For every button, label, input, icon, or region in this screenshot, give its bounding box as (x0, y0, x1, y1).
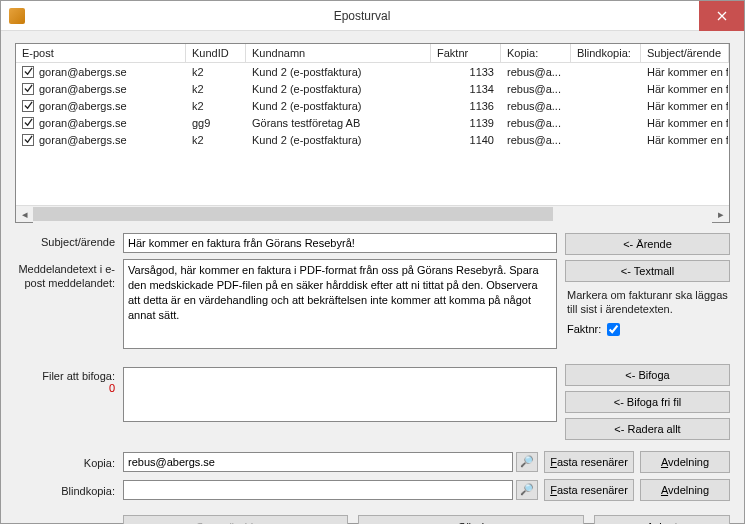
cell-subject: Här kommer en fa (641, 117, 729, 129)
cell-faktnr: 1133 (431, 66, 501, 78)
blind-label: Blindkopia: (15, 482, 123, 497)
cell-kopia: rebus@a... (501, 117, 571, 129)
files-label: Filer att bifoga: (15, 367, 123, 382)
cell-subject: Här kommer en fa (641, 100, 729, 112)
blind-fasta-button[interactable]: Fasta resenärer (544, 479, 634, 501)
cell-faktnr: 1140 (431, 134, 501, 146)
bottom-bar: Spara ändringar Sänd Avbryt (15, 515, 730, 524)
cell-epost: goran@abergs.se (39, 83, 127, 95)
col-kopia[interactable]: Kopia: (501, 44, 571, 62)
kopia-input[interactable] (123, 452, 513, 472)
row-checkbox[interactable] (22, 100, 34, 112)
table-row[interactable]: goran@abergs.sek2Kund 2 (e-postfaktura)1… (16, 80, 729, 97)
kopia-label: Kopia: (15, 454, 123, 469)
cell-subject: Här kommer en fa (641, 134, 729, 146)
scroll-right-icon[interactable]: ▸ (712, 206, 729, 223)
cell-subject: Här kommer en fa (641, 66, 729, 78)
row-checkbox[interactable] (22, 66, 34, 78)
subject-label: Subject/ärende (15, 233, 123, 253)
cell-kundnamn: Görans testföretag AB (246, 117, 431, 129)
cell-epost: goran@abergs.se (39, 100, 127, 112)
cell-kopia: rebus@a... (501, 66, 571, 78)
avbryt-button[interactable]: Avbryt (594, 515, 730, 524)
scroll-thumb[interactable] (33, 207, 553, 221)
message-label: Meddelandetext i e-post meddelandet: (15, 259, 123, 349)
cell-kopia: rebus@a... (501, 83, 571, 95)
h-scrollbar[interactable]: ◂ ▸ (16, 205, 729, 222)
cell-faktnr: 1139 (431, 117, 501, 129)
message-textarea[interactable]: Varsågod, här kommer en faktura i PDF-fo… (123, 259, 557, 349)
row-checkbox[interactable] (22, 83, 34, 95)
cell-kopia: rebus@a... (501, 100, 571, 112)
close-icon (717, 11, 727, 21)
scroll-track[interactable] (33, 206, 712, 223)
subject-input[interactable] (123, 233, 557, 253)
bifoga-fri-button[interactable]: <- Bifoga fri fil (565, 391, 730, 413)
cell-faktnr: 1136 (431, 100, 501, 112)
blind-avdelning-button[interactable]: Avdelning (640, 479, 730, 501)
table-row[interactable]: goran@abergs.sek2Kund 2 (e-postfaktura)1… (16, 63, 729, 80)
binoculars-icon: 🔎 (520, 455, 534, 468)
faktnr-label: Faktnr: (567, 323, 601, 335)
cell-kundnamn: Kund 2 (e-postfaktura) (246, 100, 431, 112)
form-area: Subject/ärende Meddelandetext i e-post m… (15, 233, 730, 445)
col-subject[interactable]: Subject/ärende (641, 44, 729, 62)
cell-kundid: k2 (186, 66, 246, 78)
cell-faktnr: 1134 (431, 83, 501, 95)
faktnr-checkbox[interactable] (607, 323, 620, 336)
col-epost[interactable]: E-post (16, 44, 186, 62)
spara-button[interactable]: Spara ändringar (123, 515, 348, 524)
cell-epost: goran@abergs.se (39, 66, 127, 78)
window-title: Eposturval (25, 9, 699, 23)
kopia-row: Kopia: 🔎 Fasta resenärer Avdelning (15, 451, 730, 473)
cell-kundnamn: Kund 2 (e-postfaktura) (246, 66, 431, 78)
form-left: Subject/ärende Meddelandetext i e-post m… (15, 233, 557, 445)
radera-button[interactable]: <- Radera allt (565, 418, 730, 440)
window: Eposturval E-post KundID Kundnamn Faktnr… (0, 0, 745, 524)
email-grid[interactable]: E-post KundID Kundnamn Faktnr Kopia: Bli… (15, 43, 730, 223)
cell-kundnamn: Kund 2 (e-postfaktura) (246, 83, 431, 95)
cell-kundnamn: Kund 2 (e-postfaktura) (246, 134, 431, 146)
blind-search-button[interactable]: 🔎 (516, 480, 538, 500)
grid-body: goran@abergs.sek2Kund 2 (e-postfaktura)1… (16, 63, 729, 205)
table-row[interactable]: goran@abergs.segg9Görans testföretag AB1… (16, 114, 729, 131)
faktnr-hint: Markera om fakturanr ska läggas till sis… (567, 288, 730, 317)
grid-header: E-post KundID Kundnamn Faktnr Kopia: Bli… (16, 44, 729, 63)
binoculars-icon: 🔎 (520, 483, 534, 496)
cell-kundid: k2 (186, 100, 246, 112)
kopia-search-button[interactable]: 🔎 (516, 452, 538, 472)
files-listbox[interactable] (123, 367, 557, 422)
kopia-avdelning-button[interactable]: Avdelning (640, 451, 730, 473)
table-row[interactable]: goran@abergs.sek2Kund 2 (e-postfaktura)1… (16, 131, 729, 148)
app-icon (9, 8, 25, 24)
row-checkbox[interactable] (22, 117, 34, 129)
cell-kundid: k2 (186, 134, 246, 146)
cell-kundid: k2 (186, 83, 246, 95)
col-blind[interactable]: Blindkopia: (571, 44, 641, 62)
row-checkbox[interactable] (22, 134, 34, 146)
arende-button[interactable]: <- Ärende (565, 233, 730, 255)
close-button[interactable] (699, 1, 744, 31)
sand-button[interactable]: Sänd (358, 515, 583, 524)
form-right: <- Ärende <- Textmall Markera om faktura… (565, 233, 730, 445)
files-count: 0 (15, 382, 123, 394)
cell-subject: Här kommer en fa (641, 83, 729, 95)
col-faktnr[interactable]: Faktnr (431, 44, 501, 62)
kopia-fasta-button[interactable]: Fasta resenärer (544, 451, 634, 473)
cell-kopia: rebus@a... (501, 134, 571, 146)
blind-row: Blindkopia: 🔎 Fasta resenärer Avdelning (15, 479, 730, 501)
cell-epost: goran@abergs.se (39, 134, 127, 146)
cell-epost: goran@abergs.se (39, 117, 127, 129)
col-kundnamn[interactable]: Kundnamn (246, 44, 431, 62)
blind-input[interactable] (123, 480, 513, 500)
titlebar: Eposturval (1, 1, 744, 31)
content: E-post KundID Kundnamn Faktnr Kopia: Bli… (1, 31, 744, 524)
bifoga-button[interactable]: <- Bifoga (565, 364, 730, 386)
textmall-button[interactable]: <- Textmall (565, 260, 730, 282)
cell-kundid: gg9 (186, 117, 246, 129)
scroll-left-icon[interactable]: ◂ (16, 206, 33, 223)
col-kundid[interactable]: KundID (186, 44, 246, 62)
table-row[interactable]: goran@abergs.sek2Kund 2 (e-postfaktura)1… (16, 97, 729, 114)
